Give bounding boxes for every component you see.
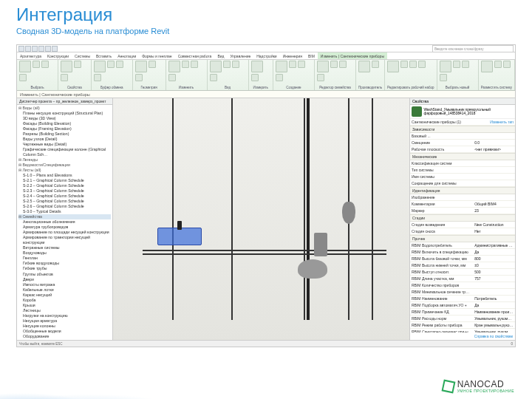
tree-item[interactable]: Чертежные виды (Detail) [18, 142, 111, 147]
property-row[interactable]: Изображение [410, 194, 515, 201]
property-row[interactable]: Сокращение для системы [410, 180, 515, 187]
tree-item[interactable]: ⊟ Ведомости/Спецификации [18, 163, 111, 168]
edit-type-button[interactable]: Изменить тип [473, 119, 515, 125]
tree-item[interactable]: S-1.0 – Plans and Elevations [18, 173, 111, 178]
tree-item[interactable]: Обобщенные модели [18, 329, 111, 334]
type-selector[interactable]: WashStand_Умывальник прямоугольный фарфо… [410, 105, 515, 119]
tree-item[interactable]: Несущие колонны [18, 324, 111, 329]
3d-viewport[interactable] [113, 98, 410, 340]
tree-item[interactable]: S-2.4 – Graphical Column Schedule [18, 194, 111, 199]
property-row[interactable]: Базовый ... [410, 133, 515, 140]
tree-item[interactable]: Короба [18, 298, 111, 303]
search-input[interactable]: Введите ключевое слово/фразу [432, 45, 514, 52]
property-row[interactable]: Смещение0.0 [410, 140, 515, 146]
ribbon-group[interactable]: Редактор семейства [315, 60, 356, 90]
tree-item[interactable]: S-2.5 – Graphical Column Schedule [18, 199, 111, 204]
tree-item[interactable]: S-2.1 – Graphical Column Schedule [18, 178, 111, 183]
property-row[interactable]: Имя системы [410, 174, 515, 180]
property-row[interactable]: Тип системы [410, 167, 515, 174]
property-group-header[interactable]: Прочее [410, 235, 515, 242]
ribbon-tabs[interactable]: АрхитектураКонструкцииСистемыВставитьАнн… [17, 52, 515, 60]
tree-item[interactable]: Арматура трубопроводов [18, 225, 111, 230]
tree-item[interactable]: Армирование по траектории несущей констр… [18, 235, 111, 245]
ribbon-tab[interactable]: Изменить | Сантехнические приборы [318, 52, 387, 59]
tree-item[interactable]: Лестницы [18, 308, 111, 313]
property-row[interactable]: Стадия возведенияNew Construction [410, 222, 515, 228]
properties-panel[interactable]: Свойства WashStand_Умывальник прямоуголь… [410, 98, 515, 340]
tree-item[interactable]: ⊟ Семейства [18, 214, 111, 219]
property-group-header[interactable]: Механические [410, 153, 515, 160]
tree-item[interactable]: S-3.0 – Typical Details [18, 209, 111, 214]
ribbon-group[interactable]: Геометрия [133, 60, 166, 90]
ribbon-tab[interactable]: Вид [214, 52, 227, 59]
ribbon-group[interactable]: Вид [208, 60, 249, 90]
ribbon-group[interactable]: Измерить [249, 60, 273, 90]
type-selector-bar[interactable]: Изменить | Сантехнические приборы [17, 91, 515, 98]
ribbon-group[interactable]: Выбрать [17, 60, 58, 90]
tree-item[interactable]: ⊟ Листы (all) [18, 168, 111, 173]
ribbon-tab[interactable]: BIM [305, 52, 318, 59]
property-row[interactable]: КомментарииОбщий BIM4 [410, 201, 515, 208]
ribbon-group[interactable]: Разместить систему [479, 60, 515, 90]
tree-item[interactable]: S-2.3 – Graphical Column Schedule [18, 188, 111, 194]
tree-item[interactable]: Двери [18, 277, 111, 282]
tree-item[interactable]: Импосты витража [18, 282, 111, 287]
tree-item[interactable]: S-2.6 – Graphical Column Schedule [18, 204, 111, 209]
property-row[interactable]: RBIM Режим работы прибораКран умывальн.р… [410, 322, 515, 329]
ribbon-group[interactable]: Свойства [58, 60, 92, 90]
property-row[interactable]: RBIM ВодопотребительАдминистративные зда… [410, 242, 515, 249]
project-browser[interactable]: Диспетчер проекта – пр_железное_замерз_п… [17, 98, 113, 340]
ribbon-group[interactable]: Буфер обмена [92, 60, 133, 90]
tree-item[interactable]: Группы объектов [18, 272, 111, 277]
property-row[interactable]: Стадия сносаНет [410, 228, 515, 235]
tree-item[interactable]: Генплан [18, 256, 111, 261]
tree-item[interactable]: S-2.2 – Graphical Column Schedule [18, 183, 111, 188]
toilet-fixture[interactable] [298, 246, 327, 279]
property-group-header[interactable]: Идентификация [410, 187, 515, 194]
property-row[interactable]: RBIM Количество приборов [410, 282, 515, 289]
quick-access-toolbar[interactable] [17, 45, 59, 52]
ribbon-group[interactable]: Создание [273, 60, 315, 90]
tree-item[interactable]: Виды узлов (Detail) [18, 137, 111, 142]
property-row[interactable]: RBIM Длина участка, мм757 [410, 276, 515, 282]
tree-item[interactable]: Армирование по площади несущей конструкц… [18, 230, 111, 235]
tree-item[interactable]: Фасады (Framing Elevation) [18, 126, 111, 132]
property-row[interactable]: RBIM НаименованиеПотребитель [410, 296, 515, 302]
ribbon-tab[interactable]: Конструкции [44, 52, 72, 59]
ribbon-tab[interactable]: Формы и генплан [139, 52, 174, 59]
property-group-header[interactable]: Зависимости [410, 126, 515, 133]
property-row[interactable]: RBIM Выступ относит.500 [410, 269, 515, 276]
property-row[interactable]: Рабочая плоскость<нет привязки> [410, 146, 515, 153]
property-row[interactable]: RBIM Высота базовой точки, мм800 [410, 256, 515, 262]
ribbon-group[interactable]: Выбрать новый [437, 60, 479, 90]
tree-item[interactable]: Витражные системы [18, 245, 111, 250]
tree-item[interactable]: Разрезы (Building Section) [18, 132, 111, 137]
property-group-header[interactable]: Стадии [410, 214, 515, 222]
property-row[interactable]: RBIM Высота нижней точки, мм±0 [410, 262, 515, 269]
property-row[interactable]: Классификация систем [410, 160, 515, 167]
ribbon-tab[interactable]: Управление [227, 52, 253, 59]
properties-help-link[interactable]: Справка по свойствам [410, 332, 515, 340]
ribbon-group[interactable]: Редактировать рабочий набор [385, 60, 437, 90]
tree-item[interactable]: Аннотационные обозначения [18, 219, 111, 225]
property-row[interactable]: RBIM Подборка автоматич.УО +Да [410, 302, 515, 309]
property-row[interactable]: Маркер23 [410, 208, 515, 214]
tree-item[interactable]: Нагрузки на конструкцию [18, 313, 111, 318]
ribbon[interactable]: ВыбратьСвойстваБуфер обменаГеометрияИзме… [17, 60, 515, 91]
property-row[interactable]: RBIM Примечание КДНаименование произво… [410, 309, 515, 316]
tree-item[interactable]: Воздуховоды [18, 250, 111, 256]
tree-item[interactable]: Планы несущих конструкций (Structural Pl… [18, 111, 111, 116]
tree-item[interactable]: Фасады (Building Elevation) [18, 121, 111, 126]
tree-item[interactable]: Кабельные лотки [18, 287, 111, 293]
ribbon-tab[interactable]: Вставить [93, 52, 115, 59]
tree-item[interactable]: Графические спецификации колонн (Graphic… [18, 147, 111, 157]
tree-item[interactable]: ⊟ Виды (all) [18, 106, 111, 111]
property-row[interactable]: RBIM Включить в спецификациюДа [410, 249, 515, 256]
sink-fixture-selected[interactable] [157, 228, 202, 245]
ribbon-tab[interactable]: Аннотации [115, 52, 139, 59]
tree-item[interactable]: Крыши [18, 303, 111, 308]
property-row[interactable]: RBIM Расходы нормУмывальник, рукомой… [410, 316, 515, 322]
tree-item[interactable]: 3D виды (3D View) [18, 116, 111, 121]
ribbon-tab[interactable]: Системы [72, 52, 93, 59]
ribbon-tab[interactable]: Совместная работа [175, 52, 215, 59]
